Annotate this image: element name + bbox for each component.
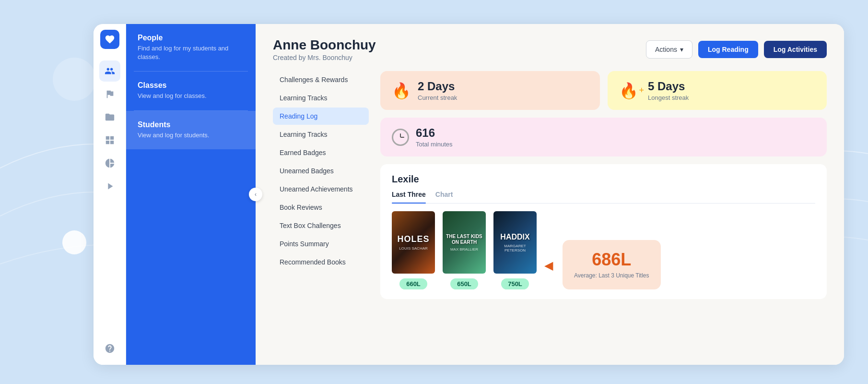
student-info: Anne Boonchuy Created by Mrs. Boonchuy bbox=[273, 37, 376, 61]
fire-icon-longest: 🔥 bbox=[619, 83, 638, 98]
nav-collapse-button[interactable]: ‹ bbox=[249, 188, 262, 201]
log-reading-button[interactable]: Log Reading bbox=[698, 41, 758, 58]
book-cover-haddix: HADDIX MARGARET PETERSON bbox=[493, 211, 537, 274]
sidebar-icon-people[interactable] bbox=[99, 60, 120, 82]
content-header: Anne Boonchuy Created by Mrs. Boonchuy A… bbox=[256, 24, 844, 71]
main-content: Anne Boonchuy Created by Mrs. Boonchuy A… bbox=[256, 24, 844, 365]
menu-item-book-reviews[interactable]: Book Reviews bbox=[273, 199, 369, 216]
menu-item-reading-log[interactable]: Reading Log bbox=[273, 108, 369, 125]
menu-item-unearned-badges[interactable]: Unearned Badges bbox=[273, 162, 369, 180]
lexile-average-label: Average: Last 3 Unique Titles bbox=[574, 272, 649, 280]
lexile-arrow: ◀ bbox=[544, 259, 555, 289]
nav-section-people-title: People bbox=[138, 34, 244, 42]
current-streak-text: 2 Days Current streak bbox=[418, 80, 457, 101]
book-title-last-kids: THE LAST KIDS ON EARTH bbox=[446, 234, 483, 245]
nav-section-people[interactable]: People Find and log for my students and … bbox=[126, 24, 256, 71]
lexile-average-value: 686L bbox=[592, 250, 631, 270]
sidebar-icon-chart[interactable] bbox=[99, 153, 120, 174]
sidebar-icon-folder[interactable] bbox=[99, 107, 120, 128]
book-author-haddix: MARGARET PETERSON bbox=[496, 244, 534, 252]
sidebar-icon-grid[interactable] bbox=[99, 130, 120, 151]
total-minutes-label: Total minutes bbox=[416, 141, 453, 148]
lexile-title: Lexile bbox=[392, 174, 815, 185]
left-menu: Challenges & Rewards Learning Tracks Rea… bbox=[273, 71, 369, 353]
nav-section-students[interactable]: Students View and log for students. bbox=[126, 111, 256, 149]
longest-streak-text: 5 Days Longest streak bbox=[648, 80, 689, 101]
app-container: People Find and log for my students and … bbox=[94, 24, 844, 365]
longest-streak-label: Longest streak bbox=[648, 94, 689, 101]
current-streak-card: 🔥 2 Days Current streak bbox=[380, 71, 600, 110]
stats-top-row: 🔥 2 Days Current streak 🔥 + 5 bbox=[380, 71, 827, 110]
book-item-holes: HOLES LOUIS SACHAR 660L bbox=[392, 211, 435, 289]
menu-item-points-summary[interactable]: Points Summary bbox=[273, 235, 369, 252]
menu-item-unearned-achievements[interactable]: Unearned Achievements bbox=[273, 180, 369, 198]
sidebar-icon-video[interactable] bbox=[99, 176, 120, 197]
sidebar-icon-help[interactable] bbox=[99, 338, 120, 359]
student-created-by: Created by Mrs. Boonchuy bbox=[273, 54, 376, 61]
log-activities-button[interactable]: Log Activities bbox=[764, 41, 827, 58]
menu-item-learning-tracks-2[interactable]: Learning Tracks bbox=[273, 126, 369, 143]
menu-item-learning-tracks-1[interactable]: Learning Tracks bbox=[273, 89, 369, 107]
lexile-average-card: 686L Average: Last 3 Unique Titles bbox=[563, 240, 661, 289]
book-lexile-holes: 660L bbox=[399, 278, 427, 289]
menu-item-earned-badges[interactable]: Earned Badges bbox=[273, 144, 369, 161]
app-logo[interactable] bbox=[100, 30, 119, 49]
lexile-tab-last-three[interactable]: Last Three bbox=[392, 191, 426, 203]
book-title-holes: HOLES bbox=[397, 234, 429, 245]
actions-label: Actions bbox=[655, 46, 677, 53]
actions-button[interactable]: Actions ▾ bbox=[646, 40, 692, 59]
total-minutes-card: 616 Total minutes bbox=[380, 118, 827, 156]
student-name: Anne Boonchuy bbox=[273, 37, 376, 53]
icon-sidebar bbox=[94, 24, 126, 365]
current-streak-value: 2 Days bbox=[418, 80, 457, 93]
nav-section-students-title: Students bbox=[138, 120, 244, 129]
nav-section-classes-sub: View and log for classes. bbox=[138, 92, 244, 100]
chevron-down-icon: ▾ bbox=[680, 46, 683, 53]
right-content: 🔥 2 Days Current streak 🔥 + 5 bbox=[380, 71, 827, 353]
header-actions: Actions ▾ Log Reading Log Activities bbox=[646, 40, 827, 59]
total-minutes-text: 616 Total minutes bbox=[416, 126, 453, 148]
fire-icon-current: 🔥 bbox=[392, 83, 411, 98]
book-cover-holes: HOLES LOUIS SACHAR bbox=[392, 211, 435, 274]
menu-item-challenges[interactable]: Challenges & Rewards bbox=[273, 71, 369, 88]
sidebar-icon-flag[interactable] bbox=[99, 84, 120, 105]
lexile-tabs: Last Three Chart bbox=[392, 191, 815, 204]
menu-item-recommended-books[interactable]: Recommended Books bbox=[273, 253, 369, 271]
current-streak-label: Current streak bbox=[418, 94, 457, 101]
total-minutes-value: 616 bbox=[416, 126, 453, 140]
book-lexile-last-kids: 650L bbox=[450, 278, 478, 289]
longest-streak-value: 5 Days bbox=[648, 80, 689, 93]
arrow-left-icon: ◀ bbox=[544, 259, 553, 272]
longest-streak-card: 🔥 + 5 Days Longest streak bbox=[608, 71, 827, 110]
book-item-last-kids: THE LAST KIDS ON EARTH MAX BRALLIER 650L bbox=[443, 211, 486, 289]
lexile-books-row: HOLES LOUIS SACHAR 660L THE LAST KIDS ON… bbox=[392, 211, 815, 289]
menu-item-text-box-challenges[interactable]: Text Box Challenges bbox=[273, 217, 369, 234]
book-item-haddix: HADDIX MARGARET PETERSON 750L bbox=[493, 211, 537, 289]
lexile-section: Lexile Last Three Chart HOLES LOUIS SACH… bbox=[380, 164, 827, 299]
book-author-last-kids: MAX BRALLIER bbox=[450, 247, 478, 252]
nav-section-people-sub: Find and log for my students and classes… bbox=[138, 44, 244, 61]
book-title-haddix: HADDIX bbox=[500, 232, 529, 241]
book-cover-last-kids: THE LAST KIDS ON EARTH MAX BRALLIER bbox=[443, 211, 486, 274]
nav-section-students-sub: View and log for students. bbox=[138, 131, 244, 140]
nav-section-classes[interactable]: Classes View and log for classes. bbox=[126, 72, 256, 110]
nav-sidebar: People Find and log for my students and … bbox=[126, 24, 256, 365]
book-author-holes: LOUIS SACHAR bbox=[399, 246, 428, 251]
clock-icon bbox=[392, 129, 409, 146]
book-lexile-haddix: 750L bbox=[501, 278, 529, 289]
content-body: Challenges & Rewards Learning Tracks Rea… bbox=[256, 71, 844, 365]
lexile-tab-chart[interactable]: Chart bbox=[435, 191, 453, 203]
nav-section-classes-title: Classes bbox=[138, 81, 244, 90]
plus-icon: + bbox=[639, 85, 645, 96]
